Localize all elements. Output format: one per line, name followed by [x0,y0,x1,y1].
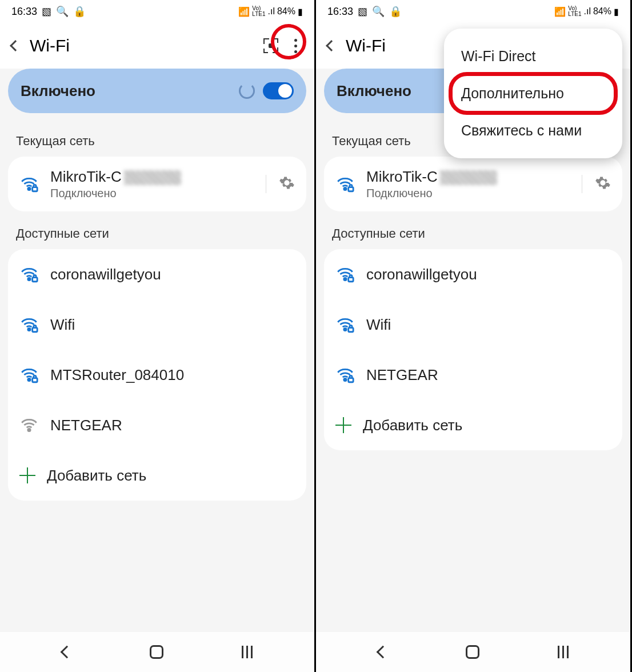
network-name: coronawillgetyou [366,266,611,283]
wifi-toggle-label: Включено [21,82,95,100]
status-time: 16:33 [327,6,353,18]
add-network-row[interactable]: Добавить сеть [324,400,622,450]
network-name: NETGEAR [50,417,295,434]
overflow-menu: Wi-Fi Direct Дополнительно Свяжитесь с н… [444,29,622,158]
menu-item-advanced[interactable]: Дополнительно [444,75,622,112]
svg-point-4 [28,328,30,330]
svg-rect-3 [33,278,38,282]
wifi-icon [19,265,39,284]
available-networks-card-right: coronawillgetyou Wifi NETGEAR Добавить с… [324,249,622,450]
current-network-name: MikroTik-C [50,168,254,186]
menu-item-contact-us[interactable]: Свяжитесь с нами [444,112,622,149]
nav-back-button[interactable] [60,646,73,659]
add-network-row[interactable]: Добавить сеть [8,450,306,501]
menu-item-advanced-label: Дополнительно [461,85,564,101]
add-network-label: Добавить сеть [47,467,295,485]
network-settings-button[interactable] [266,175,295,193]
network-row[interactable]: NETGEAR [324,350,622,400]
network-name: Wifi [50,316,295,334]
available-networks-section-label: Доступные сети [0,211,314,249]
available-networks-section-label: Доступные сети [316,211,630,249]
phone-screen-right: 16:33 ▧ 🔍 🔒 📶 Vo)LTE1 .ıl 84% ▮ Wi-Fi Вк… [316,0,632,672]
network-row[interactable]: NETGEAR [8,400,306,450]
svg-point-15 [344,378,346,381]
gear-icon [279,175,295,191]
nav-home-button[interactable] [150,645,163,659]
wifi-icon [335,265,355,284]
back-button[interactable] [326,40,337,51]
network-name: Wifi [366,316,611,334]
back-button[interactable] [10,40,21,51]
signal-icon: .ıl [268,6,275,17]
svg-rect-1 [33,187,38,191]
volte-icon: Vo)LTE1 [252,6,265,17]
current-network-row[interactable]: MikroTik-C Подключено [324,157,622,211]
svg-rect-12 [349,278,354,282]
search-icon: 🔍 [56,5,69,18]
wifi-toggle-label: Включено [337,82,411,100]
phone-screen-left: 16:33 ▧ 🔍 🔒 📶 Vo)LTE1 .ıl 84% ▮ Wi-Fi Вк… [0,0,316,672]
svg-point-9 [344,187,346,190]
app-header: Wi-Fi [0,23,314,69]
wifi-status-icon: 📶 [238,6,250,17]
nav-recent-button[interactable] [242,646,253,658]
network-row[interactable]: coronawillgetyou [8,249,306,299]
add-network-label: Добавить сеть [363,417,611,434]
battery-percent: 84% [593,6,611,17]
current-network-name: MikroTik-C [366,168,570,186]
image-icon: ▧ [358,5,367,18]
svg-point-0 [28,187,30,190]
nav-recent-button[interactable] [558,646,569,658]
wifi-switch[interactable] [263,82,294,99]
system-nav-bar [316,632,630,672]
loading-spinner-icon [239,83,255,99]
gear-icon [595,175,611,191]
battery-icon: ▮ [614,6,619,17]
network-row[interactable]: Wifi [8,299,306,350]
lock-icon: 🔒 [73,5,86,18]
qr-scan-button[interactable] [263,38,278,53]
plus-icon [335,417,351,433]
network-name: NETGEAR [366,366,611,384]
current-network-status: Подключено [50,187,254,200]
lock-icon: 🔒 [389,5,402,18]
network-row[interactable]: Wifi [324,299,622,350]
nav-back-button[interactable] [376,646,389,659]
network-settings-button[interactable] [582,175,611,193]
svg-point-11 [344,278,346,280]
svg-rect-7 [33,378,38,382]
svg-point-8 [28,429,30,431]
current-network-card: MikroTik-C Подключено [8,157,306,211]
wifi-toggle-row[interactable]: Включено [8,69,306,113]
plus-icon [19,467,35,483]
search-icon: 🔍 [372,5,385,18]
battery-icon: ▮ [298,6,303,17]
wifi-icon [335,315,355,334]
svg-point-6 [28,378,30,381]
signal-icon: .ıl [584,6,591,17]
network-name: coronawillgetyou [50,266,295,283]
current-network-row[interactable]: MikroTik-C Подключено [8,157,306,211]
available-networks-card-left: coronawillgetyou Wifi MTSRouter_084010 N… [8,249,306,501]
nav-home-button[interactable] [466,645,479,659]
wifi-secure-icon [19,174,39,194]
page-title: Wi-Fi [30,36,253,55]
wifi-icon [19,415,39,435]
svg-rect-16 [349,378,354,382]
wifi-icon [335,365,355,385]
network-row[interactable]: coronawillgetyou [324,249,622,299]
wifi-icon [19,365,39,385]
current-network-section-label: Текущая сеть [0,119,314,157]
wifi-secure-icon [335,174,355,194]
network-row[interactable]: MTSRouter_084010 [8,350,306,400]
svg-point-2 [28,278,30,280]
image-icon: ▧ [42,5,51,18]
status-bar: 16:33 ▧ 🔍 🔒 📶 Vo)LTE1 .ıl 84% ▮ [0,0,314,23]
battery-percent: 84% [277,6,295,17]
svg-rect-5 [33,328,38,332]
more-options-button[interactable] [289,35,303,57]
menu-item-wifi-direct[interactable]: Wi-Fi Direct [444,38,622,75]
svg-point-13 [344,328,346,330]
status-bar: 16:33 ▧ 🔍 🔒 📶 Vo)LTE1 .ıl 84% ▮ [316,0,630,23]
wifi-icon [19,315,39,334]
